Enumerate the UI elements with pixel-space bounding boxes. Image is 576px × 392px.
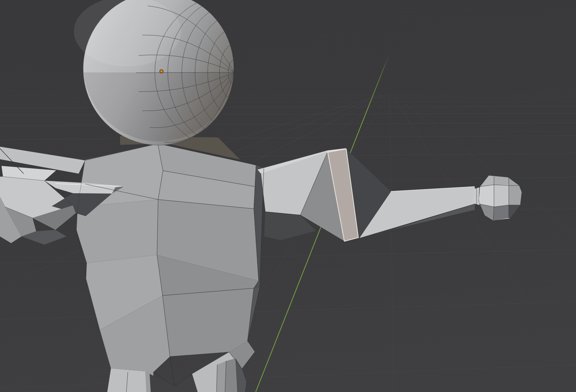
viewport-canvas[interactable]: [0, 0, 576, 392]
viewport-3d[interactable]: [0, 0, 576, 392]
fist-facet-bottom-mid[interactable]: [493, 205, 509, 221]
origin-dot: [160, 70, 163, 73]
torso-back[interactable]: [76, 144, 264, 372]
wrist-face[interactable]: [473, 187, 480, 205]
fist-facet-mid-left[interactable]: [479, 185, 494, 207]
right-leg-shade-1[interactable]: [217, 361, 226, 392]
right-leg-shade-2[interactable]: [225, 358, 238, 392]
fist-facet-mid[interactable]: [494, 185, 509, 207]
